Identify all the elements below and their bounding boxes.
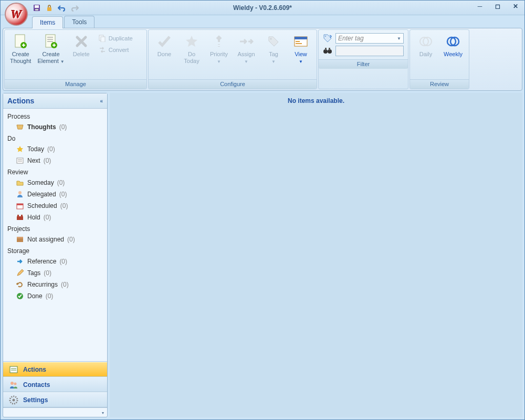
titlebar: W Wieldy - V0.2.6.609* ─ ◻ ✕ bbox=[1, 1, 524, 15]
svg-rect-27 bbox=[17, 158, 23, 163]
box-icon bbox=[16, 235, 24, 244]
collapse-icon[interactable]: « bbox=[100, 98, 103, 104]
section-projects: Projects bbox=[3, 223, 107, 234]
section-do: Do bbox=[3, 133, 107, 143]
folder-icon bbox=[16, 178, 24, 187]
tab-tools[interactable]: Tools bbox=[64, 16, 94, 28]
tree-item-hold[interactable]: Hold (0) bbox=[3, 212, 107, 223]
tab-items[interactable]: Items bbox=[32, 16, 63, 28]
view-button[interactable]: View▼ bbox=[288, 32, 313, 65]
list-icon bbox=[16, 156, 24, 165]
tree-item-today[interactable]: Today (0) bbox=[3, 143, 107, 155]
ribbon-group-configure: Configure bbox=[149, 79, 317, 89]
svg-rect-1 bbox=[35, 5, 39, 8]
person-icon bbox=[16, 190, 24, 198]
sidebar-tree: Process Thoughts (0) Do Today (0) Next (… bbox=[3, 109, 107, 361]
star-icon bbox=[183, 33, 200, 50]
svg-rect-32 bbox=[17, 204, 23, 205]
duplicate-icon bbox=[98, 34, 107, 43]
delete-icon bbox=[73, 33, 90, 50]
svg-rect-15 bbox=[295, 37, 307, 39]
priority-icon bbox=[211, 33, 227, 50]
nav-footer[interactable]: ▾ bbox=[3, 407, 107, 417]
tree-item-recurrings[interactable]: Recurrings (0) bbox=[3, 279, 107, 290]
svg-rect-3 bbox=[47, 7, 51, 11]
sidebar: Actions « Process Thoughts (0) Do Today … bbox=[3, 93, 108, 417]
svg-point-30 bbox=[18, 191, 22, 194]
tag-filter-combo[interactable]: Enter tag▼ bbox=[335, 33, 404, 44]
ribbon-group-review: Review bbox=[410, 79, 469, 89]
svg-rect-17 bbox=[296, 43, 302, 44]
maximize-button[interactable]: ◻ bbox=[492, 2, 503, 11]
daily-icon bbox=[417, 33, 434, 50]
create-element-button[interactable]: Create Element ▼ bbox=[35, 32, 66, 65]
tree-item-scheduled[interactable]: Scheduled (0) bbox=[3, 200, 107, 212]
section-process: Process bbox=[3, 111, 107, 121]
svg-rect-12 bbox=[101, 37, 105, 42]
quick-access-toolbar bbox=[32, 3, 79, 13]
app-window: W Wieldy - V0.2.6.609* ─ ◻ ✕ Items Tools… bbox=[0, 0, 525, 420]
check-icon bbox=[156, 33, 173, 50]
tree-item-someday[interactable]: Someday (0) bbox=[3, 177, 107, 188]
contacts-icon bbox=[8, 380, 19, 390]
nav-settings[interactable]: Settings bbox=[3, 392, 107, 407]
tree-item-done[interactable]: Done (0) bbox=[3, 290, 107, 302]
svg-rect-33 bbox=[17, 216, 23, 220]
save-icon[interactable] bbox=[32, 3, 41, 13]
tree-item-tags[interactable]: Tags (0) bbox=[3, 267, 107, 279]
app-logo[interactable]: W bbox=[5, 3, 28, 26]
do-today-button: Do Today bbox=[179, 32, 204, 65]
gear-icon bbox=[8, 395, 19, 405]
tree-item-next[interactable]: Next (0) bbox=[3, 155, 107, 166]
svg-point-13 bbox=[270, 38, 272, 40]
svg-rect-35 bbox=[21, 215, 23, 217]
tree-item-reference[interactable]: Reference (0) bbox=[3, 256, 107, 267]
ribbon-group-filter: Filter bbox=[319, 59, 408, 69]
ribbon-tabs: Items Tools bbox=[1, 15, 524, 28]
actions-icon bbox=[8, 364, 19, 375]
svg-rect-22 bbox=[329, 48, 330, 50]
nav-buttons: Actions Contacts Settings bbox=[3, 361, 107, 407]
section-storage: Storage bbox=[3, 245, 107, 256]
undo-icon[interactable] bbox=[57, 3, 67, 13]
sidebar-header: Actions « bbox=[3, 93, 107, 109]
weekly-button[interactable]: Weekly bbox=[440, 32, 466, 59]
svg-point-43 bbox=[14, 382, 17, 385]
done-button: Done bbox=[152, 32, 177, 59]
binoculars-icon bbox=[323, 46, 332, 56]
search-input[interactable] bbox=[335, 46, 404, 56]
inbox-icon bbox=[16, 123, 24, 131]
main-panel: No items available. bbox=[110, 93, 522, 417]
convert-icon bbox=[98, 46, 107, 54]
nav-actions[interactable]: Actions bbox=[3, 362, 107, 377]
redo-icon[interactable] bbox=[70, 3, 79, 13]
svg-point-18 bbox=[325, 36, 326, 37]
close-button[interactable]: ✕ bbox=[510, 2, 521, 11]
priority-button: Priority▼ bbox=[206, 32, 232, 65]
ribbon-group-manage: Manage bbox=[5, 79, 146, 89]
nav-contacts[interactable]: Contacts bbox=[3, 377, 107, 392]
minimize-button[interactable]: ─ bbox=[474, 2, 486, 11]
duplicate-button: Duplicate bbox=[96, 33, 135, 44]
window-title: Wieldy - V0.2.6.609* bbox=[233, 4, 292, 12]
svg-rect-21 bbox=[325, 48, 327, 50]
tree-item-thoughts[interactable]: Thoughts (0) bbox=[3, 121, 107, 133]
tag-filter-icon bbox=[323, 34, 332, 44]
calendar-icon bbox=[16, 202, 24, 210]
tree-item-not-assigned[interactable]: Not assigned (0) bbox=[3, 234, 107, 245]
hold-icon bbox=[16, 213, 24, 222]
tree-item-delegated[interactable]: Delegated (0) bbox=[3, 188, 107, 200]
check-circle-icon bbox=[16, 292, 24, 300]
svg-rect-36 bbox=[17, 238, 23, 242]
lock-icon[interactable] bbox=[45, 3, 54, 13]
tag-button: Tag▼ bbox=[261, 32, 286, 65]
svg-rect-34 bbox=[17, 215, 19, 217]
assign-button: Assign▼ bbox=[234, 32, 259, 65]
svg-point-42 bbox=[10, 382, 14, 385]
svg-rect-37 bbox=[17, 237, 23, 238]
assign-icon bbox=[238, 33, 255, 50]
create-thought-button[interactable]: Create Thought bbox=[8, 32, 33, 65]
svg-rect-2 bbox=[35, 9, 38, 10]
recur-icon bbox=[16, 280, 24, 289]
convert-button: Convert bbox=[96, 45, 135, 55]
